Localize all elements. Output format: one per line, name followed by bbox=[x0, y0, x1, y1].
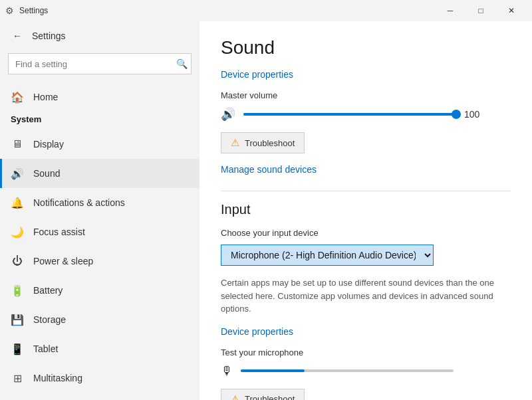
search-input[interactable] bbox=[8, 53, 192, 74]
content-area: Sound Device properties Master volume 🔊 … bbox=[200, 21, 532, 400]
sidebar-item-sound-label: Sound bbox=[33, 168, 60, 179]
volume-value: 100 bbox=[464, 109, 484, 120]
sidebar-item-storage[interactable]: 💾 Storage bbox=[0, 305, 200, 334]
master-volume-label: Master volume bbox=[221, 90, 511, 100]
sidebar-item-display-label: Display bbox=[33, 139, 64, 150]
info-text: Certain apps may be set up to use differ… bbox=[221, 276, 511, 316]
focus-icon: 🌙 bbox=[11, 225, 24, 239]
notifications-icon: 🔔 bbox=[11, 196, 24, 209]
choose-input-label: Choose your input device bbox=[221, 228, 511, 238]
warn-icon-2: ⚠ bbox=[231, 393, 239, 401]
home-icon: 🏠 bbox=[11, 90, 24, 104]
sidebar-item-focus-label: Focus assist bbox=[33, 227, 85, 237]
maximize-button[interactable]: □ bbox=[466, 0, 496, 21]
multitasking-icon: ⊞ bbox=[11, 371, 24, 385]
volume-icon: 🔊 bbox=[221, 107, 235, 122]
sidebar-nav-top: ← Settings bbox=[0, 21, 200, 50]
back-icon: ← bbox=[13, 31, 22, 41]
home-label: Home bbox=[33, 92, 58, 102]
troubleshoot-button-2[interactable]: ⚠ Troubleshoot bbox=[221, 389, 305, 401]
minimize-button[interactable]: ─ bbox=[435, 0, 466, 21]
main-layout: ← Settings 🔍 🏠 Home System 🖥 Display 🔊 S… bbox=[0, 21, 532, 400]
device-properties-link[interactable]: Device properties bbox=[221, 69, 293, 80]
storage-icon: 💾 bbox=[11, 313, 24, 326]
test-mic-label: Test your microphone bbox=[221, 348, 511, 357]
troubleshoot-button[interactable]: ⚠ Troubleshoot bbox=[221, 132, 305, 153]
manage-sound-devices-link[interactable]: Manage sound devices bbox=[221, 164, 317, 175]
power-icon: ⏻ bbox=[11, 254, 24, 268]
volume-slider-thumb bbox=[452, 110, 461, 119]
sidebar: ← Settings 🔍 🏠 Home System 🖥 Display 🔊 S… bbox=[0, 21, 200, 400]
sidebar-item-battery[interactable]: 🔋 Battery bbox=[0, 276, 200, 305]
display-icon: 🖥 bbox=[11, 138, 24, 151]
sidebar-item-power[interactable]: ⏻ Power & sleep bbox=[0, 247, 200, 276]
troubleshoot-label: Troubleshoot bbox=[245, 138, 295, 148]
search-box: 🔍 bbox=[8, 53, 192, 74]
sidebar-item-tablet[interactable]: 📱 Tablet bbox=[0, 334, 200, 363]
device-properties-link-2[interactable]: Device properties bbox=[221, 326, 293, 337]
titlebar-controls: ─ □ ✕ bbox=[435, 0, 527, 21]
sidebar-item-tablet-label: Tablet bbox=[33, 344, 58, 354]
sidebar-item-multitasking-label: Multitasking bbox=[33, 373, 82, 383]
back-button[interactable]: ← bbox=[8, 27, 27, 45]
volume-row: 🔊 100 bbox=[221, 107, 511, 122]
sidebar-item-notifications[interactable]: 🔔 Notifications & actions bbox=[0, 188, 200, 217]
sidebar-item-multitasking[interactable]: ⊞ Multitasking bbox=[0, 363, 200, 393]
input-section-title: Input bbox=[221, 202, 511, 217]
sidebar-item-battery-label: Battery bbox=[33, 285, 63, 296]
sidebar-item-home[interactable]: 🏠 Home bbox=[0, 82, 200, 112]
sidebar-item-storage-label: Storage bbox=[33, 314, 66, 325]
sidebar-item-sound[interactable]: 🔊 Sound bbox=[0, 159, 200, 188]
divider-1 bbox=[221, 191, 511, 191]
volume-slider[interactable] bbox=[243, 113, 456, 116]
sidebar-item-power-label: Power & sleep bbox=[33, 256, 93, 266]
titlebar: ⚙ Settings ─ □ ✕ bbox=[0, 0, 532, 21]
sidebar-item-focus[interactable]: 🌙 Focus assist bbox=[0, 217, 200, 247]
mic-row: 🎙 bbox=[221, 364, 511, 378]
titlebar-title: Settings bbox=[19, 6, 435, 15]
sidebar-item-notifications-label: Notifications & actions bbox=[33, 197, 125, 208]
sidebar-app-title: Settings bbox=[32, 31, 66, 41]
input-device-select[interactable]: Microphone (2- High Definition Audio Dev… bbox=[221, 245, 434, 266]
troubleshoot-label-2: Troubleshoot bbox=[245, 394, 295, 400]
warn-icon: ⚠ bbox=[231, 137, 239, 149]
volume-slider-fill bbox=[243, 113, 456, 116]
mic-level-slider[interactable] bbox=[241, 369, 454, 372]
mic-level-fill bbox=[241, 369, 305, 372]
mic-icon: 🎙 bbox=[221, 364, 233, 378]
page-title: Sound bbox=[221, 37, 511, 58]
battery-icon: 🔋 bbox=[11, 284, 24, 297]
sound-icon: 🔊 bbox=[11, 167, 24, 180]
close-button[interactable]: ✕ bbox=[496, 0, 527, 21]
tablet-icon: 📱 bbox=[11, 342, 24, 355]
search-icon: 🔍 bbox=[176, 58, 188, 69]
settings-icon: ⚙ bbox=[5, 5, 14, 16]
sidebar-section-label: System bbox=[0, 112, 200, 130]
sidebar-item-display[interactable]: 🖥 Display bbox=[0, 130, 200, 159]
